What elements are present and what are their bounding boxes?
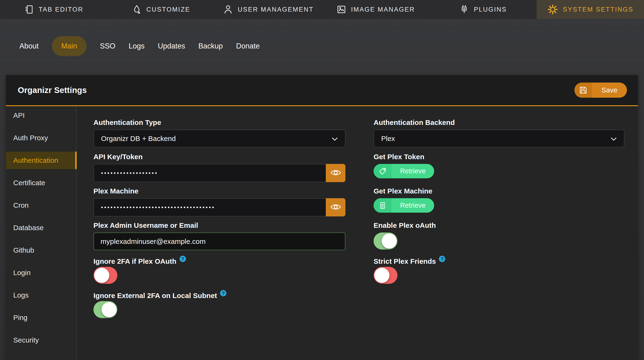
auth-backend-value: Plex (381, 134, 395, 143)
panel-body: API Auth Proxy Authentication Certificat… (6, 106, 638, 360)
retrieve-button-label: Retrieve (392, 164, 434, 178)
help-icon[interactable]: ? (220, 290, 226, 296)
enable-plex-oauth-toggle[interactable] (374, 232, 398, 250)
user-icon (223, 4, 233, 14)
sidebar-item-auth-proxy[interactable]: Auth Proxy (6, 129, 76, 147)
sidebar-item-login[interactable]: Login (6, 264, 76, 282)
reveal-plex-machine-button[interactable] (326, 198, 346, 216)
chevron-down-icon (611, 134, 617, 143)
page-title: Organizr Settings (18, 86, 87, 95)
gear-icon (547, 4, 558, 15)
top-nav: TAB EDITOR CUSTOMIZE USER MANAGEMENT (0, 0, 644, 19)
enable-plex-oauth-label: Enable Plex oAuth (374, 222, 624, 230)
form-column-right: Authentication Backend Plex Get Plex Tok… (374, 118, 624, 290)
sidebar-item-security[interactable]: Security (6, 332, 76, 349)
top-tab-customize[interactable]: CUSTOMIZE (108, 0, 215, 19)
top-tab-image-manager[interactable]: IMAGE MANAGER (322, 0, 430, 19)
auth-type-select[interactable]: Organizr DB + Backend (94, 130, 346, 147)
retrieve-button-label: Retrieve (392, 198, 434, 213)
settings-sidebar: API Auth Proxy Authentication Certificat… (6, 106, 77, 360)
ticket-icon (374, 164, 392, 178)
sidebar-item-certificate[interactable]: Certificate (6, 174, 76, 192)
eye-icon (330, 169, 341, 177)
save-button[interactable]: Save (574, 82, 627, 98)
top-tab-label: PLUGINS (474, 6, 507, 13)
auth-backend-select[interactable]: Plex (374, 130, 624, 147)
top-tab-label: IMAGE MANAGER (351, 6, 415, 13)
chevron-down-icon (332, 134, 338, 143)
get-plex-token-group: Get Plex Token Retrieve (374, 153, 624, 187)
settings-sub-nav: About Main SSO Logs Updates Backup Donat… (0, 32, 644, 60)
reveal-api-key-button[interactable] (326, 164, 346, 182)
sidebar-item-github[interactable]: Github (6, 242, 76, 259)
top-tab-label: SYSTEM SETTINGS (563, 6, 634, 13)
ignore-2fa-group: Ignore 2FA if Plex OAuth? (94, 256, 346, 290)
sidebar-item-api[interactable]: API (6, 107, 76, 124)
top-tab-plugins[interactable]: PLUGINS (430, 0, 537, 19)
panel-header: Organizr Settings Save (6, 75, 638, 106)
toggle-knob (374, 268, 390, 283)
sub-tab-updates[interactable]: Updates (158, 42, 185, 50)
api-key-group: API Key/Token (94, 153, 346, 187)
floppy-icon (574, 82, 592, 98)
auth-backend-group: Authentication Backend Plex (374, 118, 624, 153)
toggle-knob (94, 268, 109, 283)
strict-plex-friends-group: Strict Plex Friends? (374, 256, 624, 290)
save-button-label: Save (592, 82, 627, 98)
auth-backend-label: Authentication Backend (374, 118, 624, 126)
ignore-2fa-toggle[interactable] (94, 267, 117, 284)
ignore-2fa-label: Ignore 2FA if Plex OAuth? (94, 256, 346, 264)
eye-icon (330, 203, 341, 212)
sub-tab-backup[interactable]: Backup (198, 42, 223, 50)
strict-plex-friends-toggle[interactable] (374, 267, 398, 284)
ignore-external-2fa-label: Ignore External 2FA on Local Subnet? (94, 290, 346, 298)
top-tab-user-management[interactable]: USER MANAGEMENT (214, 0, 322, 19)
auth-type-group: Authentication Type Organizr DB + Backen… (94, 118, 346, 153)
sub-tab-about[interactable]: About (20, 42, 38, 50)
plex-admin-group: Plex Admin Username or Email (94, 222, 346, 256)
plex-admin-input[interactable] (94, 232, 346, 250)
toggle-knob (102, 302, 117, 317)
retrieve-plex-machine-button[interactable]: Retrieve (374, 198, 434, 213)
plex-machine-input[interactable] (94, 198, 326, 216)
help-icon[interactable]: ? (180, 256, 186, 262)
sidebar-item-ping[interactable]: Ping (6, 309, 76, 326)
form-column-left: Authentication Type Organizr DB + Backen… (94, 118, 346, 324)
plug-icon (459, 4, 469, 14)
top-tab-label: CUSTOMIZE (146, 6, 190, 13)
image-icon (336, 4, 346, 14)
help-icon[interactable]: ? (439, 256, 445, 262)
tab-editor-icon (24, 4, 34, 14)
ignore-external-2fa-group: Ignore External 2FA on Local Subnet? (94, 290, 346, 324)
auth-type-label: Authentication Type (94, 118, 346, 126)
get-plex-machine-label: Get Plex Machine (374, 187, 624, 195)
strict-plex-friends-label: Strict Plex Friends? (374, 256, 624, 264)
sidebar-item-cron[interactable]: Cron (6, 196, 76, 214)
id-card-icon (374, 198, 392, 213)
enable-plex-oauth-group: Enable Plex oAuth (374, 222, 624, 256)
retrieve-plex-token-button[interactable]: Retrieve (374, 164, 434, 178)
sub-tab-donate[interactable]: Donate (236, 42, 260, 50)
top-tab-system-settings[interactable]: SYSTEM SETTINGS (536, 0, 644, 19)
customize-icon (132, 4, 142, 14)
api-key-label: API Key/Token (94, 153, 346, 161)
sidebar-item-database[interactable]: Database (6, 219, 76, 236)
sub-tab-sso[interactable]: SSO (100, 42, 115, 50)
organizr-settings-panel: Organizr Settings Save API Auth Proxy Au… (6, 75, 638, 360)
plex-machine-group: Plex Machine (94, 187, 346, 222)
ignore-external-2fa-toggle[interactable] (94, 301, 117, 318)
api-key-input[interactable] (94, 164, 326, 182)
top-tab-label: TAB EDITOR (38, 6, 84, 13)
sub-tab-logs[interactable]: Logs (129, 42, 144, 50)
plex-machine-label: Plex Machine (94, 187, 346, 195)
get-plex-machine-group: Get Plex Machine Retrieve (374, 187, 624, 222)
top-tab-label: USER MANAGEMENT (238, 6, 314, 13)
sidebar-item-authentication[interactable]: Authentication (6, 152, 76, 169)
sub-tab-main[interactable]: Main (52, 36, 86, 56)
toggle-knob (382, 234, 397, 248)
get-plex-token-label: Get Plex Token (374, 153, 624, 161)
sidebar-item-logs[interactable]: Logs (6, 286, 76, 304)
top-tab-tab-editor[interactable]: TAB EDITOR (0, 0, 108, 19)
organizr-screen: TAB EDITOR CUSTOMIZE USER MANAGEMENT (0, 0, 644, 360)
plex-admin-label: Plex Admin Username or Email (94, 222, 346, 230)
